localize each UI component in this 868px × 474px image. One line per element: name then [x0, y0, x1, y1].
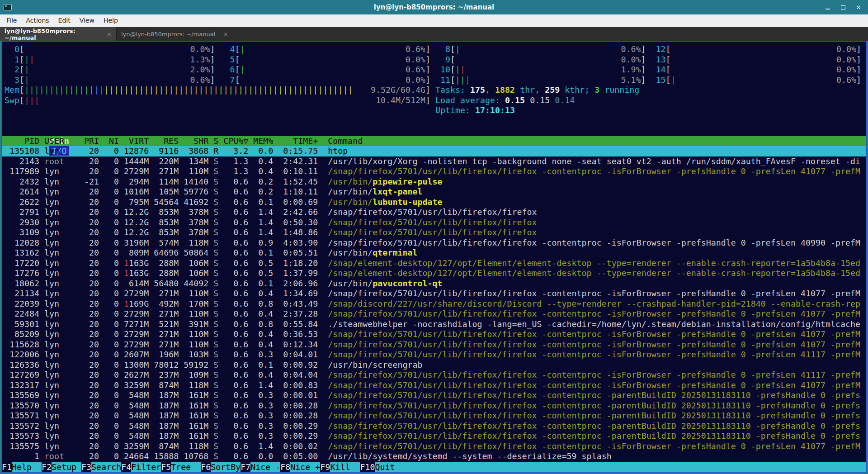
process-row[interactable]: 17276lyn2001163G288M106MS0.60.51:37.99/s… — [5, 268, 866, 279]
cell-state: S — [208, 360, 218, 370]
cell-user: root — [44, 451, 84, 462]
tab-close-icon[interactable]: × — [220, 31, 228, 38]
process-row[interactable]: 2622lyn200795M5456441692S0.60.10:00.69/u… — [5, 197, 866, 208]
fnkey-f4-filter[interactable]: F4Filter — [121, 462, 161, 473]
column-header-ni[interactable]: NI — [99, 136, 119, 147]
cell-res: 64696 — [149, 248, 179, 258]
text-segment: Tasks: — [435, 85, 470, 95]
meter-tick: | — [29, 55, 34, 64]
process-row[interactable]: 2930lyn20012.2G853M378MS0.61.40:50.30/sn… — [5, 218, 866, 228]
close-button[interactable]: ✕ — [855, 4, 862, 10]
menu-item-file[interactable]: File — [2, 14, 21, 27]
process-row[interactable]: 135573lyn200548M187M161MS0.60.30:00.29/s… — [5, 431, 866, 441]
process-row[interactable]: 115628lyn2002729M271M110MS0.60.40:12.34/… — [5, 340, 866, 350]
column-header-mem[interactable]: MEM% — [248, 136, 273, 147]
command-segment: /snap/firefox/5701/usr/lib/firefox/firef… — [328, 431, 860, 441]
menu-item-edit[interactable]: Edit — [54, 14, 75, 27]
fnkey-f3-search[interactable]: F3Search — [81, 462, 121, 473]
process-row[interactable]: 18062lyn200614M5648044092S0.60.12:06.96/… — [5, 279, 866, 289]
cell-cpu-percent: 0.6 — [218, 441, 248, 452]
fnkey-f7-nice-[interactable]: F7Nice - — [241, 462, 280, 473]
fnkey-f10-quit[interactable]: F10Quit — [360, 462, 405, 473]
process-row[interactable]: 12028lyn2003196M574M118MS0.60.94:03.90/s… — [5, 238, 866, 248]
process-row[interactable]: 2432lyn-210294M114M14140S0.60.21:52.45/u… — [5, 177, 866, 187]
process-row[interactable]: 135575lyn2003259M874M118MS0.61.40:00.02/… — [5, 441, 866, 452]
cell-shr: 161M — [179, 421, 208, 431]
maximize-button[interactable] — [840, 4, 846, 10]
fnkey-f6-sortby[interactable]: F6SortBy — [201, 462, 241, 473]
cell-virt: 12.2G — [119, 228, 149, 238]
cell-state: R — [208, 146, 218, 156]
tab-close-icon[interactable]: × — [103, 31, 112, 38]
cell-pid: 2930 — [5, 218, 39, 228]
cell-user: lyn — [44, 431, 84, 441]
process-row[interactable]: 59301lyn2007271M521M391MS0.60.80:55.84./… — [5, 319, 866, 330]
cell-command: ./steamwebhelper -nocrashdialog -lang=en… — [328, 319, 866, 330]
fnkey-f5-tree[interactable]: F5Tree — [161, 462, 201, 473]
cell-res: 271M — [149, 340, 179, 350]
cell-mem-percent: 0.2 — [248, 187, 273, 197]
process-row[interactable]: 2791lyn20012.2G853M378MS0.61.42:42.66/sn… — [5, 207, 866, 218]
cell-ni: 0 — [99, 451, 119, 462]
process-row[interactable]: 2614lyn2001016M105M59776S0.60.21:10.11/u… — [5, 187, 866, 197]
fnkey-f2-setup[interactable]: F2Setup — [42, 462, 81, 473]
meter-value: 10.4M/512M — [376, 95, 425, 106]
cell-mem-percent: 0.4 — [248, 370, 273, 380]
process-row[interactable]: 132317lyn2003259M874M118MS0.61.40:00.83/… — [5, 380, 866, 391]
process-row[interactable]: 1root200246641588810768S0.60.00:05.00/us… — [5, 451, 866, 462]
menu-item-view[interactable]: View — [75, 14, 99, 27]
cell-command: /snap/firefox/5701/usr/lib/firefox/firef… — [328, 228, 866, 238]
process-row[interactable]: 135569lyn200548M187M161MS0.60.30:00.01/s… — [5, 390, 866, 401]
cell-pid: 135573 — [5, 431, 39, 441]
menu-item-actions[interactable]: Actions — [21, 14, 53, 27]
column-header-res[interactable]: RES — [149, 136, 179, 147]
process-row[interactable]: 13162lyn200809M6469650864S0.60.10:05.51/… — [5, 248, 866, 258]
cell-virt: 12.2G — [119, 218, 149, 228]
process-row[interactable]: 135570lyn200548M187M161MS0.60.30:00.28/s… — [5, 401, 866, 411]
process-row[interactable]: 21134lyn2002729M271M110MS0.60.41:34.69/s… — [5, 289, 866, 299]
column-header-time[interactable]: TIME+ — [273, 136, 318, 147]
process-row[interactable]: 135572lyn200548M187M161MS0.60.30:00.29/s… — [5, 421, 866, 431]
process-row[interactable]: 117989lyn2002729M271M110MS1.30.40:10.11/… — [5, 166, 866, 177]
process-row[interactable]: 22484lyn2002729M271M110MS0.60.42:37.28/s… — [5, 309, 866, 319]
process-row[interactable]: 126336lyn2001300M7801259192S0.60.10:00.9… — [5, 360, 866, 370]
terminal-tab-2[interactable]: lyn@lyn-b850mprors: ~/manual× — [117, 27, 233, 41]
process-row[interactable]: 85209lyn2002729M271M110MS0.60.40:36.53/s… — [5, 329, 866, 340]
text-segment: kthr; — [560, 85, 594, 95]
process-row[interactable]: 127269lyn2002627M237M109MS0.60.40:04.04/… — [5, 370, 866, 380]
cell-mem-percent: 0.1 — [248, 197, 273, 208]
meter-bracket-open: [ — [235, 75, 240, 85]
terminal-tab-1[interactable]: lyn@lyn-b850mprors: ~/manual× — [0, 27, 117, 41]
fnkey-f1-help[interactable]: F1Help — [2, 462, 42, 473]
column-header-cpu[interactable]: CPU%▽ — [218, 136, 248, 147]
text-segment: 3 — [594, 85, 599, 95]
column-header-s[interactable]: S — [208, 136, 218, 147]
cell-time: 0:04.04 — [273, 370, 318, 380]
cell-ni: 0 — [99, 411, 119, 421]
process-row-selected[interactable]: 135108lyn2001287691163868R3.20.00:15.75h… — [2, 146, 866, 156]
command-segment: pavucontrol-qt — [373, 279, 442, 288]
column-header-pri[interactable]: PRI — [84, 136, 99, 147]
menu-item-help[interactable]: Help — [99, 14, 123, 27]
meter-value: 9.52G/60.4G — [371, 85, 425, 95]
process-row[interactable]: 17220lyn2001163G288M106MS0.60.51:18.20/s… — [5, 258, 866, 269]
process-row[interactable]: 2143root2001444M220M134MS1.30.42:42.31/u… — [5, 156, 866, 167]
column-header-shr[interactable]: SHR — [179, 136, 208, 147]
column-header-pid[interactable]: PID — [5, 136, 39, 147]
process-row[interactable]: 122006lyn2002607M196M103MS0.60.30:04.01/… — [5, 350, 866, 360]
process-row[interactable]: 3109lyn20012.2G853M378MS0.61.41:48.86/sn… — [5, 228, 866, 238]
column-header-user[interactable]: USER — [44, 136, 84, 147]
minimize-button[interactable] — [825, 4, 831, 10]
fnkey-f8-nice+[interactable]: F8Nice + — [280, 462, 320, 473]
process-row[interactable]: 22039lyn2001169G492M170MS0.60.80:43.49/s… — [5, 299, 866, 309]
cell-time: 0:00.29 — [273, 421, 318, 431]
column-header-virt[interactable]: VIRT — [119, 136, 149, 147]
cell-mem-percent: 0.3 — [248, 421, 273, 431]
process-row[interactable]: 135571lyn200548M187M161MS0.60.30:00.28/s… — [5, 411, 866, 421]
column-header-cmd[interactable]: Command — [328, 136, 866, 147]
meter-bracket-close: ] — [425, 75, 430, 85]
cell-pid: 2614 — [5, 187, 39, 197]
cell-virt: 2729M — [119, 289, 149, 299]
cell-shr: 110M — [179, 166, 208, 177]
fnkey-f9-kill[interactable]: F9Kill — [320, 462, 360, 473]
